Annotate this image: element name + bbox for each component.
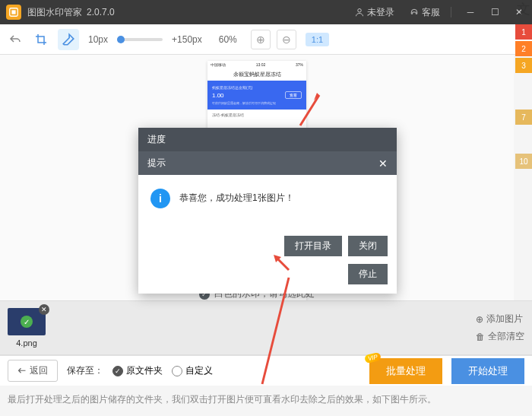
app-version: 2.0.7.0 — [87, 7, 115, 17]
save-custom-radio[interactable]: 自定义 — [172, 364, 213, 377]
add-image-button[interactable]: ⊕ 添加图片 — [476, 313, 524, 325]
thumbnails-bar: ✓ ✕ 4.png ⊕ 添加图片 🗑 全部清空 — [0, 300, 532, 355]
zoom-in-button[interactable]: ⊕ — [251, 30, 271, 49]
side-tab-3[interactable]: 3 — [515, 58, 532, 73]
stop-button[interactable]: 停止 — [348, 264, 388, 284]
app-logo-icon — [6, 5, 21, 20]
undo-button[interactable] — [6, 30, 24, 49]
info-icon: i — [150, 189, 170, 208]
brush-size-slider[interactable] — [117, 38, 163, 41]
toolbar: 10px +150px 60% ⊕ ⊖ 1:1 — [0, 24, 532, 55]
clear-all-button[interactable]: 🗑 全部清空 — [476, 330, 524, 343]
title-bar: 图图水印管家 2.0.7.0 未登录 客服 ─ ☐ ✕ — [0, 0, 532, 24]
zoom-percentage: 60% — [219, 34, 237, 45]
background-article-text: 最后打开处理之后的图片储存的文件夹，我们双击打开图片便可直看水印去除之后的效果，… — [0, 386, 532, 416]
back-arrow-icon — [17, 367, 27, 376]
side-tab-7[interactable]: 7 — [515, 110, 532, 125]
support-link[interactable]: 客服 — [410, 6, 440, 19]
thumbnail-item[interactable]: ✓ ✕ 4.png — [8, 308, 46, 348]
size-min-label: 10px — [88, 34, 108, 45]
dialog-title-tip: 提示 ✕ — [138, 151, 397, 175]
success-check-icon: ✓ — [21, 316, 33, 328]
svg-rect-1 — [11, 10, 15, 14]
login-link[interactable]: 未登录 — [355, 6, 394, 19]
dialog-close-button[interactable]: ✕ — [378, 157, 388, 170]
side-tab-10[interactable]: 10 — [515, 154, 532, 169]
headset-icon — [410, 8, 419, 17]
eraser-tool-button[interactable] — [58, 29, 79, 50]
svg-point-2 — [358, 9, 362, 13]
save-to-label: 保存至： — [67, 364, 103, 377]
minimize-button[interactable]: ─ — [464, 5, 477, 19]
dialog-message: 恭喜您，成功处理1张图片！ — [179, 189, 294, 205]
app-name: 图图水印管家 — [27, 6, 82, 19]
top-right-char: 文 — [517, 0, 530, 18]
side-tab-1[interactable]: 1 — [515, 24, 532, 40]
zoom-out-button[interactable]: ⊖ — [277, 30, 296, 49]
side-tabs: 1 2 3 7 10 — [515, 24, 532, 170]
save-original-radio[interactable]: 原文件夹 — [112, 364, 163, 377]
maximize-button[interactable]: ☐ — [488, 5, 502, 19]
progress-dialog: 进度 提示 ✕ i 恭喜您，成功处理1张图片！ 打开目录 关闭 停止 — [138, 128, 397, 294]
user-icon — [355, 8, 364, 17]
dialog-title-progress: 进度 — [138, 128, 397, 151]
thumbnail-filename: 4.png — [8, 338, 46, 348]
start-process-button[interactable]: 开始处理 — [451, 358, 524, 384]
return-button[interactable]: 返回 — [8, 360, 58, 382]
side-tab-2[interactable]: 2 — [515, 41, 532, 56]
dialog-close-text-button[interactable]: 关闭 — [348, 236, 388, 256]
trash-icon: 🗑 — [476, 332, 485, 342]
batch-process-button[interactable]: VIP 批量处理 — [369, 358, 442, 384]
crop-tool-button[interactable] — [30, 29, 52, 50]
open-directory-button[interactable]: 打开目录 — [284, 236, 342, 256]
remove-thumbnail-button[interactable]: ✕ — [39, 304, 49, 315]
bottom-bar: 返回 保存至： 原文件夹 自定义 VIP 批量处理 开始处理 — [0, 355, 532, 386]
ratio-button[interactable]: 1:1 — [306, 33, 329, 46]
plus-icon: ⊕ — [476, 314, 483, 325]
size-max-label: +150px — [172, 34, 202, 45]
